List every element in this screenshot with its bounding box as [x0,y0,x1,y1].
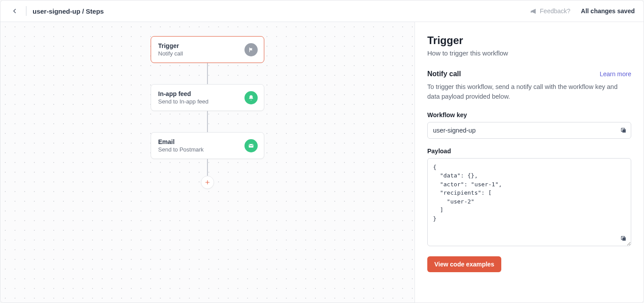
node-title: Trigger [158,42,183,49]
copy-workflow-key-button[interactable] [620,127,627,133]
connector [207,111,208,132]
node-title: Email [158,138,204,145]
payload-label: Payload [427,148,631,155]
svg-rect-5 [622,237,626,241]
payload-textarea[interactable] [427,158,631,246]
node-trigger[interactable]: Trigger Notify call [151,36,264,63]
node-subtitle: Send to In-app feed [158,98,208,105]
main: Trigger Notify call In-app feed Send to … [0,22,644,303]
workflow-key-input[interactable] [427,122,631,139]
app-container: user-signed-up / Steps Feedback? All cha… [0,0,644,303]
node-email[interactable]: Email Send to Postmark [151,132,264,159]
node-text: Trigger Notify call [158,42,183,57]
bell-icon [244,91,258,104]
node-in-app-feed[interactable]: In-app feed Send to In-app feed [151,84,264,111]
connector [207,63,208,84]
payload-field [427,158,631,248]
chevron-left-icon [11,7,18,15]
node-text: Email Send to Postmark [158,138,204,153]
feedback-button[interactable]: Feedback? [530,7,570,15]
breadcrumb: user-signed-up / Steps [33,7,104,15]
section-title: Notify call [427,70,461,78]
node-title: In-app feed [158,90,208,97]
node-subtitle: Send to Postmark [158,146,204,153]
sidebar-panel: Trigger How to trigger this workflow Not… [415,22,644,303]
mail-icon [244,139,258,152]
section-header: Notify call Learn more [427,70,631,78]
panel-title: Trigger [427,34,631,47]
copy-icon [620,235,627,242]
flow: Trigger Notify call In-app feed Send to … [0,36,415,189]
copy-icon [620,127,627,133]
panel-subtitle: How to trigger this workflow [427,49,631,57]
learn-more-link[interactable]: Learn more [600,70,631,78]
connector [207,159,208,176]
add-step-button[interactable] [201,176,214,189]
copy-payload-button[interactable] [620,235,627,243]
back-button[interactable] [9,6,20,16]
workflow-key-field [427,122,631,139]
plus-icon [204,179,211,185]
save-status: All changes saved [581,7,635,15]
section-description: To trigger this workflow, send a notify … [427,82,631,102]
canvas[interactable]: Trigger Notify call In-app feed Send to … [0,22,415,303]
node-text: In-app feed Send to In-app feed [158,90,208,105]
workflow-key-label: Workflow key [427,111,631,118]
feedback-label: Feedback? [540,7,570,15]
header: user-signed-up / Steps Feedback? All cha… [0,0,644,22]
divider [26,6,26,16]
header-left: user-signed-up / Steps [9,6,104,16]
header-right: Feedback? All changes saved [530,7,635,15]
megaphone-icon [530,8,537,15]
view-code-examples-button[interactable]: View code examples [427,256,501,272]
flag-icon [244,43,258,56]
node-subtitle: Notify call [158,50,183,57]
svg-rect-3 [622,129,626,133]
